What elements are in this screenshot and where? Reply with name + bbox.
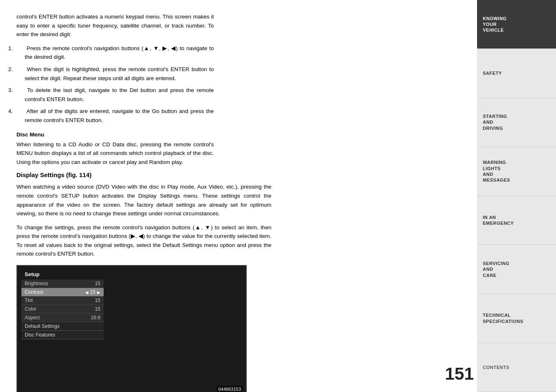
menu-row-default-settings: Default Settings <box>21 322 104 331</box>
step-3: 3. To delete the last digit, navigate to… <box>16 86 214 104</box>
display-screen: Setup Brightness 15 Contrast ◀ 15 ▶ <box>16 265 247 392</box>
sidebar-item-warning-lights[interactable]: WARNING LIGHTS AND MESSAGES <box>477 147 556 196</box>
sidebar: KNOWING YOUR VEHICLE SAFETY STARTING AND… <box>477 0 556 392</box>
step-1: 1. Press the remote control's navigation… <box>16 44 214 62</box>
disc-menu-title: Disc Menu <box>16 131 214 138</box>
sidebar-item-knowing-your-vehicle[interactable]: KNOWING YOUR VEHICLE <box>477 0 556 49</box>
section-title: Display Settings (fig. 114) <box>16 171 271 178</box>
menu-row-disc-features: Disc Features <box>21 331 104 339</box>
menu-row-aspect: Aspect 16:9 <box>21 314 104 322</box>
menu-row-brightness: Brightness 15 <box>21 279 104 288</box>
sidebar-item-servicing-and-care[interactable]: SERVICING AND CARE <box>477 245 556 294</box>
para-2: To change the settings, press the remote… <box>16 223 271 258</box>
menu-row-tint: Tint 15 <box>21 296 104 305</box>
menu-row-color: Color 15 <box>21 305 104 314</box>
sidebar-item-contents[interactable]: CONTENTS <box>477 343 556 392</box>
step-4: 4. After all of the digits are entered, … <box>16 107 214 125</box>
menu-row-contrast: Contrast ◀ 15 ▶ <box>21 288 104 296</box>
setup-menu: Setup Brightness 15 Contrast ◀ 15 ▶ <box>21 270 104 339</box>
disc-menu-text: When listening to a CD Audio or CD Data … <box>16 140 214 167</box>
para-1: When watching a video source (DVD Video … <box>16 182 271 218</box>
sidebar-item-technical-specifications[interactable]: TECHNICAL SPECIFICATIONS <box>477 294 556 343</box>
sidebar-item-in-an-emergency[interactable]: IN AN EMERGENCY <box>477 196 556 245</box>
steps-list: 1. Press the remote control's navigation… <box>16 44 214 125</box>
setup-title: Setup <box>21 270 104 279</box>
sidebar-item-starting-and-driving[interactable]: STARTING AND DRIVING <box>477 98 556 147</box>
page-number: 151 <box>445 364 474 384</box>
sidebar-item-safety[interactable]: SAFETY <box>477 49 556 98</box>
step-2: 2. When the digit is highlighted, press … <box>16 65 214 83</box>
screen-figure-number: 044863153 <box>217 386 243 392</box>
intro-text: control's ENTER button activates a numer… <box>16 12 214 39</box>
